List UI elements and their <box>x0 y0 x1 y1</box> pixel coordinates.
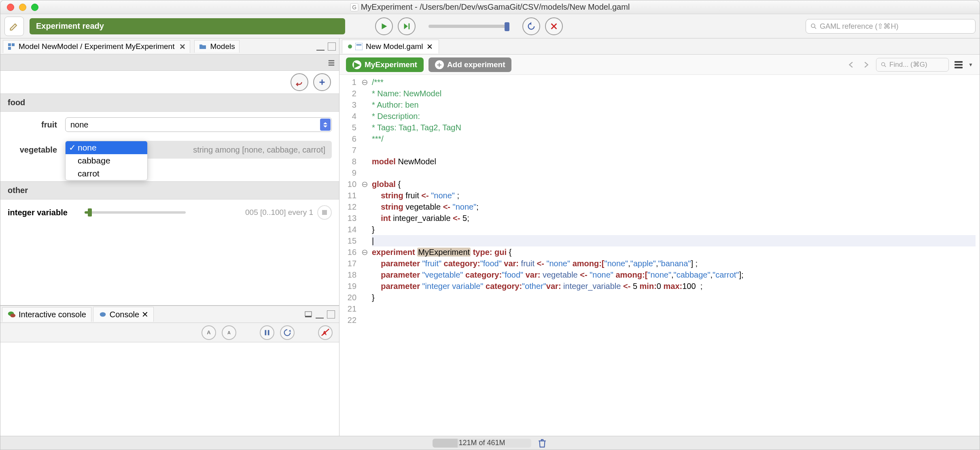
svg-rect-14 <box>268 330 269 335</box>
nav-back-icon[interactable] <box>847 60 856 69</box>
clear-log-button[interactable]: A <box>318 325 333 340</box>
close-window-button[interactable] <box>7 4 14 11</box>
svg-rect-12 <box>305 312 312 316</box>
code-content[interactable]: /*** * Name: NewModel * Author: ben * De… <box>368 75 980 436</box>
experiment-status: Experiment ready <box>30 18 345 34</box>
fruit-label: fruit <box>8 120 60 129</box>
experiment-tab-label: Model NewModel / Experiment MyExperiment <box>19 42 174 51</box>
category-food[interactable]: food <box>0 93 339 112</box>
memory-text: 121M of 461M <box>458 439 505 447</box>
minimize-icon[interactable] <box>316 47 325 51</box>
add-experiment-button[interactable]: ＋ Add experiment <box>428 57 512 72</box>
font-decrease-button[interactable]: A <box>222 325 236 340</box>
stop-button[interactable] <box>545 17 563 35</box>
svg-point-19 <box>882 62 885 66</box>
main-toolbar: Experiment ready GAML reference (⇧⌘H) <box>0 14 980 38</box>
editor-tab-label: New Model.gaml <box>366 42 423 51</box>
intvar-slider[interactable] <box>85 211 186 214</box>
dropdown-option-carrot[interactable]: carrot <box>66 167 147 180</box>
app-icon: G <box>350 3 358 11</box>
intvar-label: integer variable <box>8 208 81 217</box>
maximize-icon[interactable] <box>328 42 336 51</box>
models-tab-label: Models <box>210 42 235 51</box>
chevron-updown-icon[interactable] <box>320 119 331 131</box>
run-experiment-button[interactable]: ▶ MyExperiment <box>346 57 424 72</box>
svg-rect-17 <box>355 43 363 50</box>
progress-slider[interactable] <box>428 25 509 28</box>
maximize-icon[interactable] <box>327 310 335 318</box>
options-icon[interactable] <box>955 61 963 68</box>
svg-rect-13 <box>265 330 267 335</box>
revert-button[interactable] <box>291 73 308 91</box>
close-icon[interactable]: ✕ <box>426 42 433 51</box>
close-icon[interactable]: ✕ <box>179 42 186 51</box>
vegetable-dropdown: none cabbage carrot <box>65 141 148 180</box>
console-label: Console <box>110 310 139 319</box>
fold-column[interactable]: ⊖ ⊖ ⊖ <box>361 75 368 436</box>
svg-rect-4 <box>8 47 11 50</box>
experiment-icon <box>7 42 15 51</box>
svg-point-1 <box>811 24 815 28</box>
zoom-window-button[interactable] <box>31 4 38 11</box>
svg-rect-7 <box>329 64 334 66</box>
chat-icon <box>7 310 16 319</box>
find-placeholder: Find... (⌘G) <box>889 60 927 69</box>
editor-tab[interactable]: New Model.gaml ✕ <box>342 40 439 53</box>
reload-button[interactable] <box>522 17 540 35</box>
svg-point-9 <box>10 314 15 317</box>
gaml-file-icon <box>355 43 363 50</box>
minimize-icon[interactable] <box>304 310 312 318</box>
dropdown-option-none[interactable]: none <box>66 141 147 154</box>
svg-point-10 <box>100 312 106 317</box>
interactive-console-label: Interactive console <box>19 310 86 319</box>
titlebar: G MyExperiment - /Users/ben/Dev/wsGamaGi… <box>0 0 980 14</box>
param-integer-variable: integer variable 005 [0..100] every 1 <box>0 200 339 225</box>
experiment-view-tab[interactable]: Model NewModel / Experiment MyExperiment… <box>3 40 190 53</box>
play-button[interactable] <box>375 17 393 35</box>
play-icon: ▶ <box>352 60 361 69</box>
vegetable-hint: string among [none, cabbage, carrot] <box>193 145 325 155</box>
intvar-stop-button[interactable] <box>317 205 332 220</box>
code-editor[interactable]: 1 2 3 4 5 6 7 8 9 10 11 12 13 14 15 16 1… <box>339 75 980 436</box>
font-increase-button[interactable]: A <box>202 325 216 340</box>
intvar-value: 005 [0..100] every 1 <box>245 208 313 217</box>
view-menu-icon[interactable] <box>328 59 335 66</box>
slider-thumb[interactable] <box>505 22 509 31</box>
plus-icon: ＋ <box>435 60 444 69</box>
fruit-combobox[interactable]: none <box>65 117 332 132</box>
gutter: 1 2 3 4 5 6 7 8 9 10 11 12 13 14 15 16 1… <box>339 75 361 436</box>
dropdown-option-cabbage[interactable]: cabbage <box>66 154 147 167</box>
search-icon <box>810 23 817 30</box>
param-fruit: fruit none <box>0 112 339 138</box>
find-input[interactable]: Find... (⌘G) <box>876 58 949 72</box>
svg-rect-3 <box>12 43 15 46</box>
refresh-log-button[interactable] <box>280 325 295 340</box>
minimize-window-button[interactable] <box>19 4 26 11</box>
svg-rect-18 <box>356 45 362 46</box>
models-view-tab[interactable]: Models <box>194 40 239 53</box>
step-button[interactable] <box>398 17 416 35</box>
slider-handle-icon[interactable] <box>88 208 92 217</box>
pause-log-button[interactable] <box>260 325 274 340</box>
edit-button[interactable] <box>4 17 24 36</box>
chat-icon <box>98 310 107 319</box>
dirty-indicator-icon <box>348 45 352 49</box>
category-other[interactable]: other <box>0 181 339 200</box>
search-icon <box>880 62 887 68</box>
search-input[interactable]: GAML reference (⇧⌘H) <box>806 19 976 34</box>
chevron-down-icon[interactable]: ▼ <box>968 62 973 68</box>
minimize-icon-2[interactable] <box>316 314 324 318</box>
trash-icon[interactable] <box>537 438 547 448</box>
folder-icon <box>199 42 207 51</box>
fruit-value: none <box>70 120 89 129</box>
add-parameter-button[interactable] <box>313 73 331 91</box>
console-tab[interactable]: Console ✕ <box>93 307 154 322</box>
memory-indicator[interactable]: 121M of 461M <box>433 439 531 448</box>
svg-rect-5 <box>329 60 334 61</box>
interactive-console-tab[interactable]: Interactive console <box>2 307 91 322</box>
close-icon[interactable]: ✕ <box>142 310 148 319</box>
vegetable-label: vegetable <box>8 145 60 155</box>
param-vegetable: vegetable string among [none, cabbage, c… <box>0 138 339 164</box>
console-output <box>0 342 339 436</box>
nav-forward-icon[interactable] <box>861 60 870 69</box>
